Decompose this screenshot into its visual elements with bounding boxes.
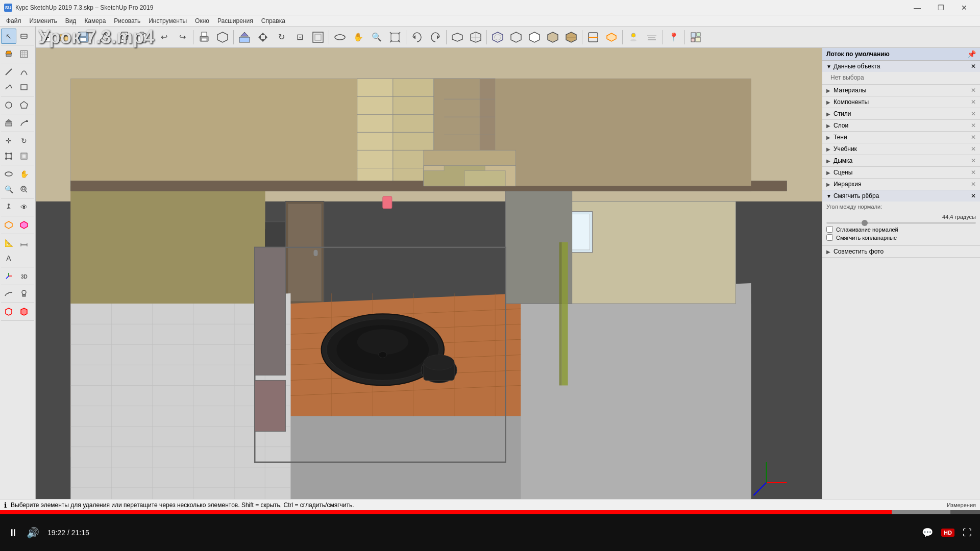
rotate-tb[interactable]: ↻ — [273, 29, 290, 46]
text-tool[interactable]: A — [1, 251, 16, 266]
next-view-tb[interactable] — [427, 29, 444, 46]
object-data-header[interactable]: ▼ Данные объекта ✕ — [822, 61, 980, 72]
volume-button[interactable]: 🔊 — [27, 527, 39, 539]
smooth-normals-checkbox[interactable] — [826, 226, 833, 233]
scale-tool[interactable] — [1, 148, 16, 164]
scale-tb[interactable]: ⊡ — [291, 29, 308, 46]
menu-tools[interactable]: Инструменты — [144, 16, 191, 26]
move-tb[interactable] — [254, 29, 272, 46]
close-scenes[interactable]: ✕ — [971, 169, 976, 176]
walk-tool[interactable] — [1, 199, 16, 215]
section-plane-tool[interactable] — [1, 217, 16, 233]
axes-tool[interactable] — [1, 268, 16, 284]
hd-badge[interactable]: HD — [941, 529, 954, 537]
close-styles[interactable]: ✕ — [971, 110, 976, 117]
menu-view[interactable]: Вид — [61, 16, 81, 26]
menu-window[interactable]: Окно — [191, 16, 213, 26]
shadow-tb[interactable] — [625, 29, 642, 46]
close-hierarchy[interactable]: ✕ — [971, 181, 976, 188]
photo-match-section[interactable]: ▶ Совместить фото — [822, 246, 980, 258]
components-tb[interactable] — [687, 29, 704, 46]
wireframe-tb[interactable] — [507, 29, 525, 46]
components-section[interactable]: ▶ Компоненты ✕ — [822, 96, 980, 108]
perspective-view-tb[interactable] — [467, 29, 484, 46]
dynamic-component-tool[interactable] — [16, 304, 32, 319]
zoom-extents-tb[interactable] — [386, 29, 404, 46]
soften-coplanar-checkbox[interactable] — [826, 234, 833, 241]
close-materials[interactable]: ✕ — [971, 87, 976, 94]
menu-extensions[interactable]: Расширения — [213, 16, 257, 26]
tape-measure-tool[interactable]: 📐 — [1, 235, 16, 251]
close-button[interactable]: ✕ — [952, 0, 976, 15]
select-tool[interactable]: ↖ — [1, 29, 16, 44]
circle-tool[interactable] — [1, 97, 16, 113]
materials-section[interactable]: ▶ Материалы ✕ — [822, 85, 980, 96]
soften-header[interactable]: ▼ Смягчить рёбра ✕ — [822, 190, 980, 202]
texture-tool[interactable] — [16, 46, 32, 62]
tutorial-section[interactable]: ▶ Учебник ✕ — [822, 143, 980, 155]
undo-button[interactable]: ↩ — [155, 29, 173, 46]
pin-icon[interactable]: 📌 — [967, 50, 976, 58]
offset-tool[interactable] — [16, 148, 32, 164]
print-button[interactable] — [195, 29, 213, 46]
menu-file[interactable]: Файл — [2, 16, 26, 26]
zoom-tool[interactable]: 🔍 — [1, 182, 16, 197]
orbit-tool[interactable] — [1, 166, 16, 182]
styles-section[interactable]: ▶ Стили ✕ — [822, 108, 980, 120]
hierarchy-section[interactable]: ▶ Иерархия ✕ — [822, 179, 980, 190]
offset-tb[interactable] — [309, 29, 327, 46]
layers-section[interactable]: ▶ Слои ✕ — [822, 120, 980, 132]
model-info-button[interactable] — [214, 29, 231, 46]
rotate-tool[interactable]: ↻ — [16, 133, 32, 148]
fog-section[interactable]: ▶ Дымка ✕ — [822, 155, 980, 167]
section-cut-tool[interactable] — [16, 217, 32, 233]
section-cut-display-tb[interactable] — [584, 29, 602, 46]
zoom-window-tool[interactable] — [16, 182, 32, 197]
line-tool[interactable] — [1, 64, 16, 80]
look-around-tool[interactable]: 👁 — [16, 199, 32, 215]
hidden-line-tb[interactable] — [526, 29, 543, 46]
arc-tool[interactable] — [16, 64, 32, 80]
close-shadows[interactable]: ✕ — [971, 134, 976, 141]
zoom-tb[interactable]: 🔍 — [368, 29, 385, 46]
close-components[interactable]: ✕ — [971, 98, 976, 106]
fog-tb[interactable] — [643, 29, 660, 46]
parallel-view-tb[interactable] — [449, 29, 466, 46]
display-section-planes-tb[interactable] — [603, 29, 620, 46]
eraser-tool[interactable] — [16, 29, 32, 44]
textured-tb[interactable] — [562, 29, 580, 46]
progress-container[interactable] — [0, 510, 980, 514]
shadows-section[interactable]: ▶ Тени ✕ — [822, 132, 980, 143]
menu-draw[interactable]: Рисовать — [110, 16, 144, 26]
polygon-tool[interactable] — [16, 97, 32, 113]
pan-tool[interactable]: ✋ — [16, 166, 32, 182]
play-pause-button[interactable]: ⏸ — [8, 527, 18, 539]
soften-slider[interactable] — [826, 222, 976, 224]
redo-button[interactable]: ↪ — [174, 29, 191, 46]
scenes-section[interactable]: ▶ Сцены ✕ — [822, 167, 980, 179]
close-tutorial[interactable]: ✕ — [971, 145, 976, 153]
push-pull-tb[interactable] — [236, 29, 253, 46]
close-fog[interactable]: ✕ — [971, 157, 976, 164]
subtitles-button[interactable]: 💬 — [922, 527, 933, 538]
previous-view-tb[interactable] — [408, 29, 426, 46]
paint-bucket-tool[interactable] — [1, 46, 16, 62]
minimize-button[interactable]: — — [905, 0, 929, 15]
menu-edit[interactable]: Изменить — [26, 16, 61, 26]
freehand-tool[interactable] — [1, 80, 16, 95]
xray-tb[interactable] — [489, 29, 506, 46]
close-layers[interactable]: ✕ — [971, 122, 976, 129]
menu-help[interactable]: Справка — [257, 16, 289, 26]
stamp-tool[interactable] — [16, 286, 32, 302]
3d-text-tool[interactable]: 3D — [16, 268, 32, 284]
close-object-data[interactable]: ✕ — [971, 63, 976, 70]
move-tool[interactable]: ✛ — [1, 133, 16, 148]
menu-camera[interactable]: Камера — [80, 16, 110, 26]
geo-location-tb[interactable]: 📍 — [665, 29, 682, 46]
close-soften[interactable]: ✕ — [971, 192, 976, 199]
orbit-tb[interactable] — [331, 29, 349, 46]
shaded-tb[interactable] — [544, 29, 561, 46]
push-pull-tool[interactable] — [1, 115, 16, 131]
dimension-tool[interactable] — [16, 235, 32, 251]
viewport[interactable] — [36, 48, 822, 510]
